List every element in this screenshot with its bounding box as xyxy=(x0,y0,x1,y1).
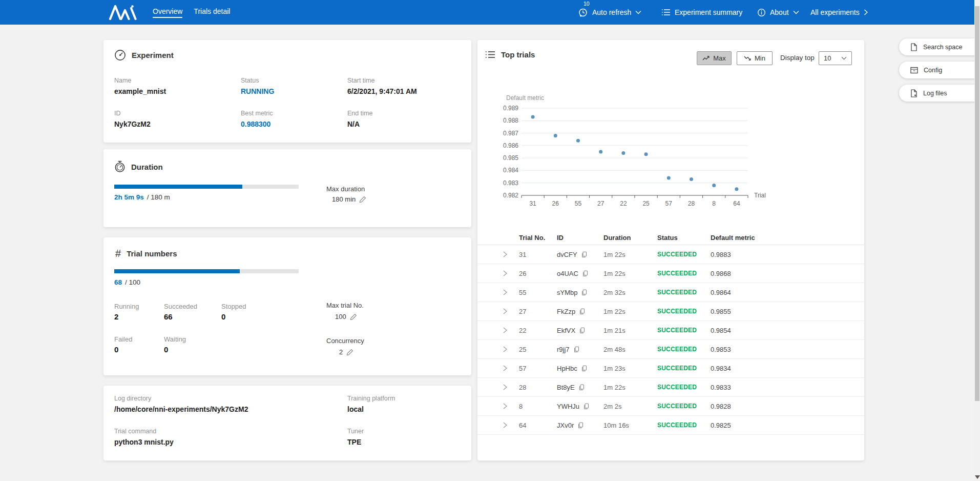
trial-id-text: r9jj7 xyxy=(557,346,570,353)
scrollbar-thumb[interactable] xyxy=(975,6,979,401)
expand-row-chevron-icon[interactable] xyxy=(503,403,519,409)
field-name: Nameexample_mnist xyxy=(114,77,241,95)
stopwatch-icon xyxy=(114,161,126,173)
scatter-point[interactable] xyxy=(554,134,557,137)
scatter-point[interactable] xyxy=(712,184,716,187)
trial-id-text: YWHJu xyxy=(557,403,579,410)
copy-icon[interactable] xyxy=(583,403,590,410)
cell-default-metric: 0.9868 xyxy=(711,270,852,277)
field-label: Log directory xyxy=(114,395,347,402)
sort-min-button[interactable]: Min xyxy=(737,51,773,65)
chevron-down-icon xyxy=(841,56,847,60)
experiment-summary-label: Experiment summary xyxy=(675,8,742,16)
edit-max-trial-icon[interactable] xyxy=(350,313,357,320)
table-row: 28Bt8yE1m 22sSUCCEEDED0.9833 xyxy=(477,378,864,397)
auto-refresh-countdown-badge: 10 xyxy=(583,1,590,7)
cell-status: SUCCEEDED xyxy=(657,403,711,410)
tab-overview[interactable]: Overview xyxy=(153,7,182,18)
top-trials-title: Top trials xyxy=(501,50,535,59)
scatter-point[interactable] xyxy=(735,187,738,191)
expand-row-chevron-icon[interactable] xyxy=(503,346,519,352)
field-status: StatusRUNNING xyxy=(241,77,347,95)
field-value: Nyk7GzM2 xyxy=(114,120,241,128)
cell-duration: 1m 21s xyxy=(603,327,657,334)
trials-progress-bar xyxy=(114,269,299,273)
field-label: Waiting xyxy=(164,335,221,343)
cell-status: SUCCEEDED xyxy=(657,346,711,353)
column-header: Trial No. xyxy=(519,234,557,242)
expand-row-chevron-icon[interactable] xyxy=(503,251,519,257)
scatter-point[interactable] xyxy=(690,177,693,181)
column-header: Status xyxy=(657,234,711,242)
scatter-point[interactable] xyxy=(667,176,671,180)
duration-progress-bar xyxy=(114,185,299,189)
table-row: 27FkZzp1m 22sSUCCEEDED0.9855 xyxy=(477,302,864,321)
edit-max-duration-icon[interactable] xyxy=(359,196,366,203)
cell-default-metric: 0.9854 xyxy=(711,327,852,334)
scatter-point[interactable] xyxy=(599,150,602,154)
table-row: 26o4UAC1m 22sSUCCEEDED0.9868 xyxy=(477,264,864,283)
search-space-button[interactable]: Search space xyxy=(899,38,980,55)
expand-row-chevron-icon[interactable] xyxy=(503,289,519,295)
cell-duration: 1m 22s xyxy=(603,270,657,277)
table-row: 57HpHbc1m 23sSUCCEEDED0.9834 xyxy=(477,359,864,378)
tab-trials-detail[interactable]: Trials detail xyxy=(194,7,230,18)
x-tick-label: 8 xyxy=(712,200,716,207)
nni-logo-icon[interactable] xyxy=(109,5,137,20)
cell-trial-no: 57 xyxy=(519,365,557,372)
expand-row-chevron-icon[interactable] xyxy=(503,327,519,333)
scatter-point[interactable] xyxy=(576,139,580,143)
copy-icon[interactable] xyxy=(581,289,588,296)
vertical-scrollbar[interactable] xyxy=(974,0,980,481)
field-value: 0 xyxy=(221,312,293,321)
scrollbar-down-arrow-icon[interactable] xyxy=(975,475,980,479)
copy-icon[interactable] xyxy=(579,308,586,315)
cell-trial-id: EkfVX xyxy=(557,327,603,334)
field-value: /home/core/nni-experiments/Nyk7GzM2 xyxy=(114,405,347,413)
copy-icon[interactable] xyxy=(578,384,585,391)
edit-concurrency-icon[interactable] xyxy=(346,349,353,356)
experiment-panel-title: Experiment xyxy=(132,51,174,59)
field-trial-command: Trial commandpython3 mnist.py xyxy=(114,428,347,446)
auto-refresh-control[interactable]: 10 Auto refresh xyxy=(578,0,641,25)
hash-icon: # xyxy=(115,248,121,259)
expand-row-chevron-icon[interactable] xyxy=(503,384,519,390)
experiment-summary-button[interactable]: Experiment summary xyxy=(661,0,742,25)
copy-icon[interactable] xyxy=(581,365,588,372)
field-value: 0.988300 xyxy=(241,120,347,128)
x-tick-label: 55 xyxy=(575,200,582,207)
scatter-point[interactable] xyxy=(621,151,625,155)
chevron-down-icon xyxy=(635,10,641,14)
expand-row-chevron-icon[interactable] xyxy=(503,308,519,314)
copy-icon[interactable] xyxy=(582,270,589,277)
display-top-dropdown[interactable]: 10 xyxy=(819,51,852,65)
config-button[interactable]: Config xyxy=(899,62,980,78)
scatter-point[interactable] xyxy=(644,152,648,156)
expand-row-chevron-icon[interactable] xyxy=(503,422,519,428)
cell-status: SUCCEEDED xyxy=(657,422,711,429)
y-tick-label: 0.984 xyxy=(503,167,518,174)
field-label: Best metric xyxy=(241,110,347,117)
all-experiments-link[interactable]: All experiments xyxy=(810,0,868,25)
scatter-point[interactable] xyxy=(531,115,535,119)
copy-icon[interactable] xyxy=(573,346,580,353)
trial-id-text: sYMbp xyxy=(557,289,577,296)
copy-icon[interactable] xyxy=(579,327,586,334)
copy-icon[interactable] xyxy=(581,251,588,258)
y-tick-label: 0.989 xyxy=(503,105,518,112)
trending-up-icon xyxy=(702,55,710,61)
sort-max-button[interactable]: Max xyxy=(697,51,732,65)
field-running: Running2 xyxy=(114,303,164,321)
cell-trial-no: 28 xyxy=(519,384,557,391)
expand-row-chevron-icon[interactable] xyxy=(503,270,519,276)
duration-panel-title: Duration xyxy=(131,163,163,171)
field-label: End time xyxy=(347,110,417,117)
cell-trial-no: 22 xyxy=(519,327,557,334)
expand-row-chevron-icon[interactable] xyxy=(503,365,519,371)
log-files-button[interactable]: Log files xyxy=(899,85,980,102)
about-menu[interactable]: About xyxy=(757,0,799,25)
experiment-info-panel: Log directory/home/core/nni-experiments/… xyxy=(103,386,471,460)
field-label: ID xyxy=(114,110,241,117)
trial-id-text: FkZzp xyxy=(557,308,575,315)
copy-icon[interactable] xyxy=(577,422,584,429)
